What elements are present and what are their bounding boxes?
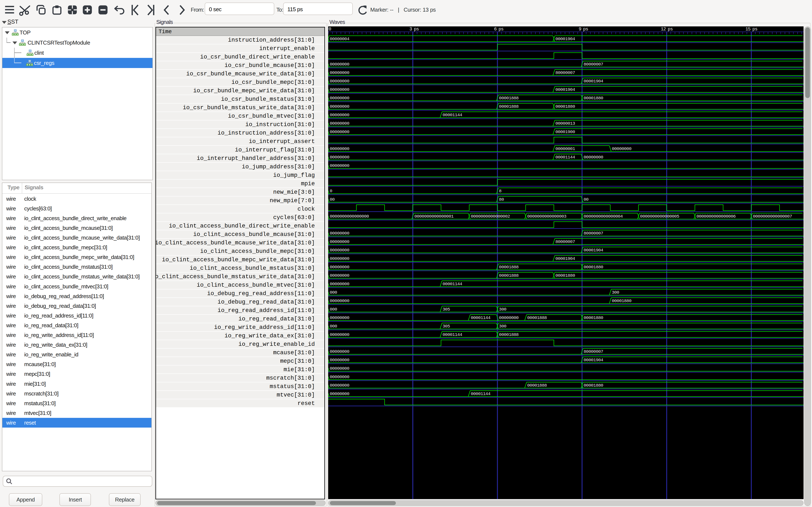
svg-text:ps: ps — [752, 26, 757, 32]
svg-text:ps: ps — [583, 26, 588, 32]
svg-text:00001888: 00001888 — [527, 316, 547, 320]
svg-text:ps: ps — [414, 26, 419, 32]
svg-text:300: 300 — [499, 324, 506, 329]
svg-text:00001880: 00001880 — [612, 298, 631, 303]
svg-text:80000007: 80000007 — [583, 231, 603, 236]
svg-text:00000000: 00000000 — [329, 121, 349, 126]
svg-text:305: 305 — [443, 307, 450, 312]
svg-text:00000000: 00000000 — [329, 358, 349, 362]
svg-text:300: 300 — [499, 307, 506, 312]
svg-text:80000007: 80000007 — [583, 349, 603, 354]
svg-text:00000000: 00000000 — [329, 129, 349, 134]
svg-text:00000000: 00000000 — [329, 104, 349, 109]
svg-text:00000004: 00000004 — [329, 37, 349, 41]
svg-text:3: 3 — [409, 26, 412, 32]
svg-text:12: 12 — [661, 26, 666, 32]
svg-text:00000000: 00000000 — [329, 62, 349, 67]
svg-text:00000000: 00000000 — [329, 155, 349, 160]
svg-text:80: 80 — [499, 197, 504, 202]
svg-text:00: 00 — [329, 197, 335, 202]
svg-text:80000007: 80000007 — [555, 70, 575, 75]
svg-text:0: 0 — [329, 189, 332, 193]
svg-text:15: 15 — [745, 26, 751, 32]
svg-text:00001888: 00001888 — [499, 96, 519, 101]
svg-text:00000013: 00000013 — [555, 121, 575, 126]
svg-text:00001904: 00001904 — [555, 256, 575, 261]
svg-text:00001880: 00001880 — [583, 96, 603, 101]
svg-text:00000000: 00000000 — [329, 332, 349, 337]
svg-text:000: 000 — [329, 290, 337, 295]
svg-text:00001144: 00001144 — [471, 391, 490, 396]
svg-text:0000000000000000: 0000000000000000 — [329, 214, 369, 219]
svg-text:00001880: 00001880 — [583, 265, 603, 270]
svg-text:00000000: 00000000 — [329, 87, 349, 92]
svg-text:00000000: 00000000 — [329, 96, 349, 101]
svg-text:9: 9 — [579, 26, 581, 32]
svg-text:00000000: 00000000 — [329, 239, 349, 244]
svg-text:00001144: 00001144 — [443, 332, 462, 337]
svg-text:00001880: 00001880 — [583, 383, 603, 388]
svg-text:00000001: 00000001 — [555, 147, 575, 151]
svg-text:00000000: 00000000 — [329, 391, 349, 396]
svg-text:0000000000000007: 0000000000000007 — [753, 214, 792, 219]
svg-text:00001880: 00001880 — [583, 316, 603, 320]
svg-text:00000000: 00000000 — [329, 113, 349, 117]
svg-text:00001904: 00001904 — [583, 79, 603, 83]
svg-text:00000000: 00000000 — [329, 147, 349, 151]
svg-text:00000000: 00000000 — [329, 248, 349, 252]
svg-text:00000000: 00000000 — [329, 282, 349, 286]
svg-text:ps: ps — [498, 26, 504, 32]
svg-text:00001880: 00001880 — [555, 273, 575, 278]
svg-text:00001904: 00001904 — [583, 248, 603, 252]
svg-text:000: 000 — [329, 307, 337, 312]
svg-text:0000000000000006: 0000000000000006 — [696, 214, 735, 219]
svg-text:00000000: 00000000 — [329, 163, 349, 168]
svg-text:000: 000 — [329, 324, 337, 329]
svg-text:00000000: 00000000 — [499, 316, 519, 320]
svg-text:00001880: 00001880 — [555, 104, 575, 109]
svg-text:00001888: 00001888 — [527, 383, 547, 388]
svg-text:00001904: 00001904 — [555, 87, 575, 92]
svg-text:00000000: 00000000 — [329, 79, 349, 83]
svg-text:00000000: 00000000 — [329, 231, 349, 236]
svg-text:0: 0 — [328, 26, 331, 32]
svg-text:00000000: 00000000 — [329, 70, 349, 75]
svg-text:300: 300 — [612, 290, 619, 295]
svg-text:00000000: 00000000 — [583, 155, 603, 160]
svg-text:00000000: 00000000 — [329, 298, 349, 303]
svg-text:00: 00 — [583, 197, 589, 202]
svg-text:00000000: 00000000 — [329, 366, 349, 371]
svg-text:00000000: 00000000 — [329, 316, 349, 320]
svg-text:00001144: 00001144 — [471, 316, 490, 320]
svg-text:00001888: 00001888 — [499, 265, 519, 270]
svg-text:80000007: 80000007 — [555, 239, 575, 244]
svg-text:305: 305 — [443, 324, 450, 329]
svg-text:00000000: 00000000 — [329, 273, 349, 278]
svg-text:00000000: 00000000 — [329, 265, 349, 270]
svg-text:0000000000000003: 0000000000000003 — [527, 214, 566, 219]
svg-text:00001888: 00001888 — [499, 104, 519, 109]
svg-text:00000000: 00000000 — [329, 375, 349, 379]
svg-text:00001144: 00001144 — [443, 282, 462, 286]
svg-text:00001144: 00001144 — [443, 113, 462, 117]
svg-text:00001900: 00001900 — [555, 129, 575, 134]
svg-text:0000000000000001: 0000000000000001 — [414, 214, 454, 219]
svg-text:ps: ps — [668, 26, 673, 32]
svg-text:00000000: 00000000 — [329, 256, 349, 261]
svg-text:00001888: 00001888 — [499, 332, 519, 337]
svg-text:0000000000000002: 0000000000000002 — [471, 214, 510, 219]
svg-text:00000000: 00000000 — [329, 349, 349, 354]
svg-text:8: 8 — [499, 189, 502, 193]
svg-text:0000000000000005: 0000000000000005 — [640, 214, 679, 219]
svg-text:80000007: 80000007 — [583, 62, 603, 67]
svg-text:00001888: 00001888 — [499, 273, 519, 278]
svg-text:6: 6 — [494, 26, 497, 32]
svg-text:0000000000000004: 0000000000000004 — [583, 214, 623, 219]
svg-text:00000000: 00000000 — [329, 383, 349, 388]
svg-text:00001904: 00001904 — [583, 358, 603, 362]
svg-text:00000000: 00000000 — [612, 147, 631, 151]
svg-text:00001904: 00001904 — [555, 37, 575, 41]
svg-text:00001144: 00001144 — [555, 155, 575, 160]
